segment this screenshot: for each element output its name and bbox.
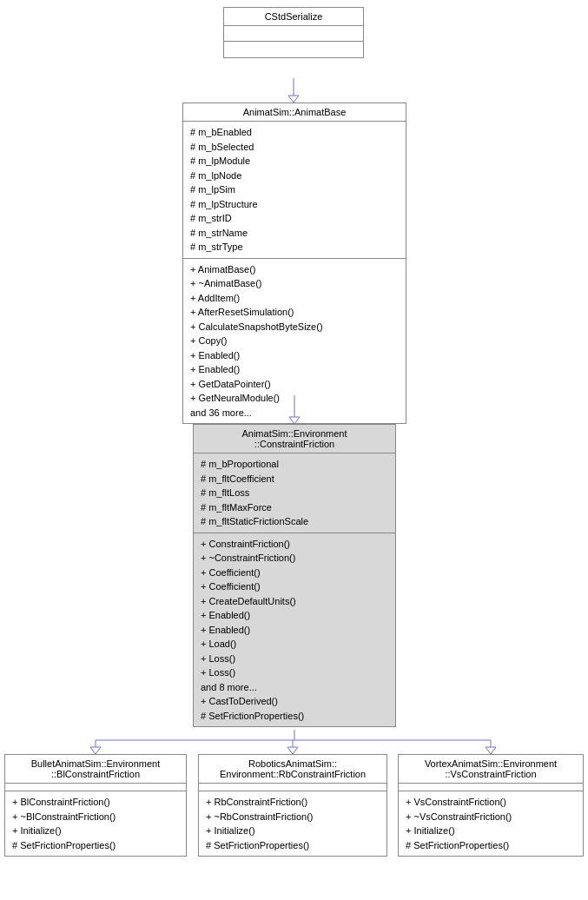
constraintfriction-fields: # m_bProportional # m_fltCoefficient # m… (194, 453, 395, 533)
method-line: + ~ConstraintFriction() (201, 551, 388, 566)
method-line: + AddItem() (190, 291, 399, 306)
method-line: + Initialize() (206, 824, 380, 838)
method-line: + Enabled() (190, 362, 399, 377)
field-line: # m_fltLoss (201, 486, 388, 500)
method-line: # SetFrictionProperties() (206, 838, 380, 853)
method-line: # SetFrictionProperties() (12, 838, 179, 853)
method-line: + Enabled() (201, 608, 388, 623)
vsconstraintfriction-fields (399, 784, 583, 791)
constraintfriction-methods: + ConstraintFriction() + ~ConstraintFric… (194, 533, 395, 727)
svg-marker-11 (486, 747, 496, 754)
method-line: + Loss() (201, 652, 388, 666)
method-line: + CastToDerived() (201, 694, 388, 709)
method-line: + BlConstraintFriction() (12, 795, 179, 810)
method-line: + Initialize() (12, 824, 179, 838)
field-line: # m_bEnabled (190, 125, 399, 140)
cstdserialize-title: CStdSerialize (224, 8, 363, 26)
cstdserialize-fields (224, 26, 363, 42)
vsconstraintfriction-methods: + VsConstraintFriction() + ~VsConstraint… (399, 791, 583, 856)
method-line: + ~AnimatBase() (190, 276, 399, 291)
method-line: # SetFrictionProperties() (406, 838, 576, 853)
field-line: # m_fltCoefficient (201, 472, 388, 486)
animatbase-title: AnimatSim::AnimatBase (183, 103, 406, 122)
method-line: # SetFrictionProperties() (201, 709, 388, 724)
method-line: + Load() (201, 637, 388, 652)
method-line: + RbConstraintFriction() (206, 795, 380, 810)
vsconstraintfriction-title: VortexAnimatSim::Environment::VsConstrai… (399, 755, 583, 784)
method-line: + ~VsConstraintFriction() (406, 810, 576, 824)
constraintfriction-title: AnimatSim::Environment::ConstraintFricti… (194, 425, 395, 453)
svg-marker-9 (287, 747, 298, 754)
field-line: # m_fltMaxForce (201, 500, 388, 515)
vsconstraintfriction-box: VortexAnimatSim::Environment::VsConstrai… (398, 754, 584, 857)
field-line: # m_bProportional (201, 457, 388, 472)
method-line: + AfterResetSimulation() (190, 305, 399, 320)
rbconstraintfriction-box: RoboticsAnimatSim::Environment::RbConstr… (198, 754, 387, 857)
method-line: + VsConstraintFriction() (406, 795, 576, 810)
field-line: # m_bSelected (190, 140, 399, 155)
blconstraintfriction-box: BulletAnimatSim::Environment::BlConstrai… (4, 754, 187, 857)
field-line: # m_lpStructure (190, 197, 399, 212)
field-line: # m_lpNode (190, 169, 399, 183)
field-line: # m_strID (190, 211, 399, 226)
method-line: + ~RbConstraintFriction() (206, 810, 380, 824)
method-line: + ConstraintFriction() (201, 537, 388, 552)
svg-marker-1 (288, 96, 299, 103)
method-line: + CreateDefaultUnits() (201, 594, 388, 609)
method-line: + Loss() (201, 665, 388, 680)
method-line: and 8 more... (201, 680, 388, 695)
method-line: + AnimatBase() (190, 262, 399, 277)
method-line: + CalculateSnapshotByteSize() (190, 320, 399, 334)
field-line: # m_strType (190, 240, 399, 255)
rbconstraintfriction-title: RoboticsAnimatSim::Environment::RbConstr… (199, 755, 386, 784)
blconstraintfriction-methods: + BlConstraintFriction() + ~BlConstraint… (5, 791, 186, 856)
rbconstraintfriction-fields (199, 784, 386, 791)
blconstraintfriction-title: BulletAnimatSim::Environment::BlConstrai… (5, 755, 186, 784)
method-line: + Copy() (190, 334, 399, 348)
method-line: and 36 more... (190, 406, 399, 420)
field-line: # m_lpModule (190, 154, 399, 169)
diagram-container: CStdSerialize AnimatSim::AnimatBase # m_… (0, 0, 588, 900)
svg-marker-7 (90, 747, 101, 754)
constraintfriction-box: AnimatSim::Environment::ConstraintFricti… (193, 424, 396, 727)
method-line: + Enabled() (190, 348, 399, 363)
method-line: + Coefficient() (201, 566, 388, 580)
method-line: + GetDataPointer() (190, 377, 399, 392)
field-line: # m_fltStaticFrictionScale (201, 514, 388, 529)
rbconstraintfriction-methods: + RbConstraintFriction() + ~RbConstraint… (199, 791, 386, 856)
method-line: + Initialize() (406, 824, 576, 838)
method-line: + Enabled() (201, 623, 388, 638)
method-line: + GetNeuralModule() (190, 391, 399, 406)
blconstraintfriction-fields (5, 784, 186, 791)
field-line: # m_strName (190, 226, 399, 241)
method-line: + Coefficient() (201, 579, 388, 594)
animatbase-fields: # m_bEnabled # m_bSelected # m_lpModule … (183, 122, 406, 259)
method-line: + ~BlConstraintFriction() (12, 810, 179, 824)
field-line: # m_lpSim (190, 182, 399, 197)
animatbase-box: AnimatSim::AnimatBase # m_bEnabled # m_b… (182, 103, 406, 424)
animatbase-methods: + AnimatBase() + ~AnimatBase() + AddItem… (183, 259, 406, 424)
cstdserialize-box: CStdSerialize (223, 7, 364, 58)
cstdserialize-methods (224, 42, 363, 57)
